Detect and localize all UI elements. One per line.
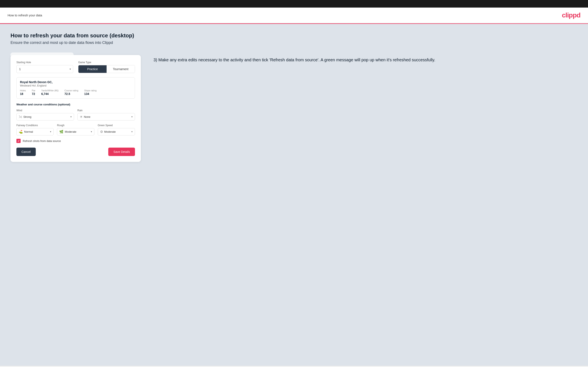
conditions-title: Weather and course conditions (optional) [16, 103, 135, 106]
practice-button[interactable]: Practice [78, 65, 107, 73]
green-speed-label: Green Speed [98, 124, 135, 127]
wind-dropdown[interactable]: 🌬 Strong ▾ [16, 113, 74, 121]
fairway-arrow-icon: ▾ [50, 130, 51, 133]
starting-hole-group: Starting Hole 1 ▾ [16, 61, 73, 73]
refresh-checkbox-row: Refresh shots from data source [16, 139, 135, 143]
wind-label: Wind [16, 109, 74, 112]
game-type-toggle: Practice Tournament [78, 65, 135, 73]
starting-hole-select-wrapper[interactable]: 1 ▾ [16, 65, 73, 73]
par-label: Par [32, 89, 35, 92]
rain-arrow-icon: ▾ [131, 116, 133, 118]
wind-arrow-icon: ▾ [70, 116, 72, 118]
stat-holes: Holes 18 [20, 89, 26, 96]
holes-label: Holes [20, 89, 26, 92]
header: How to refresh your data clippd [0, 8, 588, 23]
rough-arrow-icon: ▾ [91, 130, 92, 133]
header-title: How to refresh your data [8, 13, 42, 17]
wind-group: Wind 🌬 Strong ▾ [16, 109, 74, 121]
top-form-row: Starting Hole 1 ▾ Game Type Practice To [16, 61, 135, 73]
green-speed-group: Green Speed ⚙ Moderate ▾ [98, 124, 135, 135]
info-panel: 3) Make any extra edits necessary to the… [154, 52, 578, 63]
rough-group: Rough 🌿 Moderate ▾ [57, 124, 94, 135]
green-speed-select[interactable]: Moderate [104, 128, 130, 135]
yards-label: Yards/White (M)) [41, 89, 59, 92]
content-grid: Starting Hole 1 ▾ Game Type Practice To [10, 52, 578, 162]
rough-icon: 🌿 [59, 130, 63, 134]
fairway-select[interactable]: Normal [24, 128, 49, 135]
game-type-label: Game Type [78, 61, 135, 64]
footer: Copyright Clippd 2022 [0, 366, 588, 367]
fairway-dropdown[interactable]: ⛳ Normal ▾ [16, 128, 54, 135]
rain-icon: ☀ [80, 115, 83, 119]
starting-hole-label: Starting Hole [16, 61, 73, 64]
stat-yards: Yards/White (M)) 6,744 [41, 89, 59, 96]
stat-course-rating: Course rating 72.5 [65, 89, 78, 96]
stat-slope-rating: Slope rating 134 [84, 89, 97, 96]
fairway-icon: ⛳ [19, 130, 23, 134]
green-speed-dropdown[interactable]: ⚙ Moderate ▾ [98, 128, 135, 135]
stat-par: Par 72 [32, 89, 35, 96]
rough-label: Rough [57, 124, 94, 127]
main-content: How to refresh your data from source (de… [0, 24, 588, 366]
course-rating-label: Course rating [65, 89, 78, 92]
slope-rating-value: 134 [84, 92, 97, 96]
par-value: 72 [32, 92, 35, 96]
slope-rating-label: Slope rating [84, 89, 97, 92]
rain-label: Rain [77, 109, 135, 112]
wind-icon: 🌬 [19, 115, 22, 119]
starting-hole-select[interactable]: 1 [17, 65, 73, 73]
yards-value: 6,744 [41, 92, 59, 96]
form-card: Starting Hole 1 ▾ Game Type Practice To [10, 55, 141, 162]
course-rating-value: 72.5 [65, 92, 78, 96]
button-row: Cancel Save Details [16, 148, 135, 156]
page-heading: How to refresh your data from source (de… [10, 32, 578, 39]
conditions-row-1: Wind 🌬 Strong ▾ Rain ☀ [16, 109, 135, 121]
save-button[interactable]: Save Details [108, 148, 135, 156]
rough-select[interactable]: Moderate [65, 128, 90, 135]
rain-group: Rain ☀ None ▾ [77, 109, 135, 121]
refresh-checkbox-label: Refresh shots from data source [23, 139, 61, 142]
rain-dropdown[interactable]: ☀ None ▾ [77, 113, 135, 121]
wind-select[interactable]: Strong [23, 113, 69, 120]
form-container: Starting Hole 1 ▾ Game Type Practice To [10, 52, 141, 162]
refresh-checkbox[interactable] [16, 139, 21, 143]
tournament-button[interactable]: Tournament [107, 65, 135, 73]
logo: clippd [562, 11, 580, 19]
course-location: Westward Ho!, England [20, 84, 131, 87]
course-name: Royal North Devon GC, [20, 80, 131, 84]
green-speed-arrow-icon: ▾ [131, 130, 133, 133]
fairway-label: Fairway Conditions [16, 124, 54, 127]
conditions-row-2: Fairway Conditions ⛳ Normal ▾ Rough 🌿 [16, 124, 135, 135]
page-subheading: Ensure the correct and most up to date d… [10, 41, 578, 45]
green-speed-icon: ⚙ [100, 130, 103, 134]
cancel-button[interactable]: Cancel [16, 148, 36, 156]
course-info: Royal North Devon GC, Westward Ho!, Engl… [16, 77, 135, 99]
rain-select[interactable]: None [84, 113, 130, 120]
info-text: 3) Make any extra edits necessary to the… [154, 57, 578, 63]
rough-dropdown[interactable]: 🌿 Moderate ▾ [57, 128, 94, 135]
course-stats: Holes 18 Par 72 Yards/White (M)) 6,744 [20, 89, 131, 96]
game-type-group: Game Type Practice Tournament [78, 61, 135, 73]
top-bar [0, 0, 588, 8]
card-hint [10, 52, 74, 56]
holes-value: 18 [20, 92, 26, 96]
fairway-group: Fairway Conditions ⛳ Normal ▾ [16, 124, 54, 135]
